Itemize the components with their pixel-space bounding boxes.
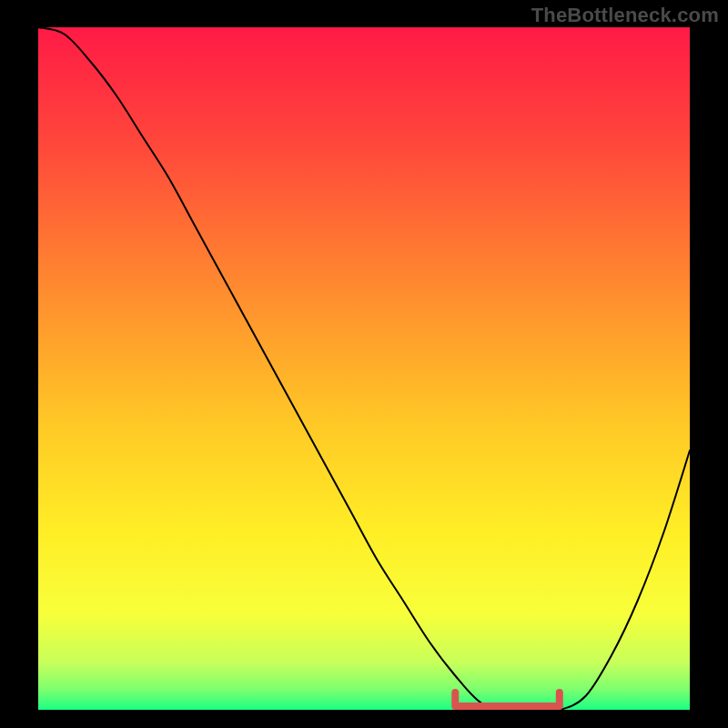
chart-frame: TheBottleneck.com [0,0,728,728]
bottleneck-chart [0,0,728,728]
plot-background [38,27,690,710]
watermark-text: TheBottleneck.com [531,4,719,27]
